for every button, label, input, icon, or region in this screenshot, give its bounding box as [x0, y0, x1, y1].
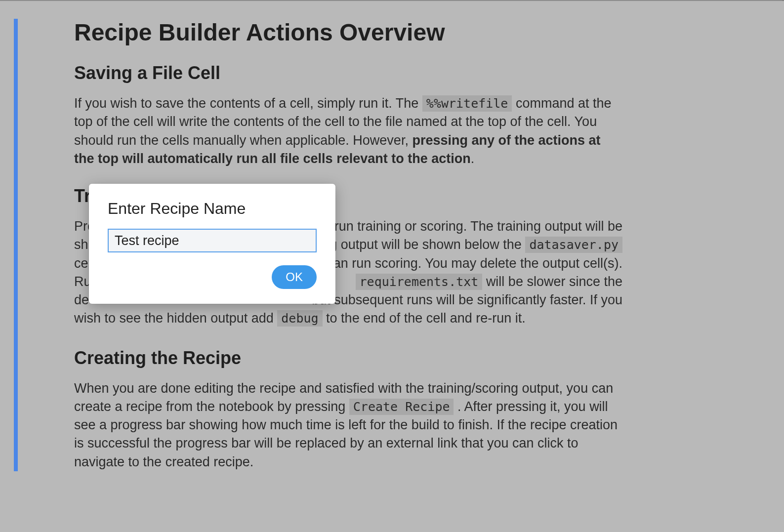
heading-fragment: Tr — [74, 186, 91, 206]
text: will be slower since the — [486, 274, 622, 289]
text-fragment-left: ce — [74, 254, 88, 273]
section-heading-creating: Creating the Recipe — [74, 348, 764, 368]
text: to the end of the cell and re-run it. — [326, 311, 526, 326]
text: . — [471, 151, 475, 166]
enter-recipe-name-dialog: Enter Recipe Name OK — [89, 184, 335, 304]
text: ng output will be shown below the — [322, 237, 525, 252]
text-fragment-right: ng output will be shown below the datasa… — [322, 236, 622, 254]
code-create-recipe: Create Recipe — [349, 399, 454, 415]
text-fragment-right: but subsequent runs will be significantl… — [312, 291, 622, 309]
text-fragment-right: o run training or scoring. The training … — [323, 217, 622, 236]
dialog-title: Enter Recipe Name — [108, 200, 317, 218]
text-fragment-left: sh — [74, 236, 88, 254]
paragraph-saving: If you wish to save the contents of a ce… — [74, 94, 622, 168]
text: If you wish to save the contents of a ce… — [74, 96, 422, 111]
code-debug: debug — [277, 310, 322, 327]
code-requirements: requirements.txt — [356, 274, 483, 290]
paragraph-creating: When you are done editing the recipe and… — [74, 379, 622, 471]
text-fragment-right: requirements.txt will be slower since th… — [356, 273, 622, 291]
code-datasaver: datasaver.py — [525, 237, 622, 253]
text-fragment-right: u can run scoring. You may delete the ou… — [316, 254, 622, 273]
code-writefile: %%writefile — [422, 95, 512, 112]
text: wish to see the hidden output add — [74, 311, 277, 326]
recipe-name-input[interactable] — [108, 229, 317, 252]
text-fragment-left: de — [74, 291, 89, 309]
page-title: Recipe Builder Actions Overview — [74, 19, 764, 46]
dialog-actions: OK — [108, 265, 317, 289]
section-heading-saving: Saving a File Cell — [74, 63, 764, 83]
ok-button[interactable]: OK — [272, 265, 317, 289]
